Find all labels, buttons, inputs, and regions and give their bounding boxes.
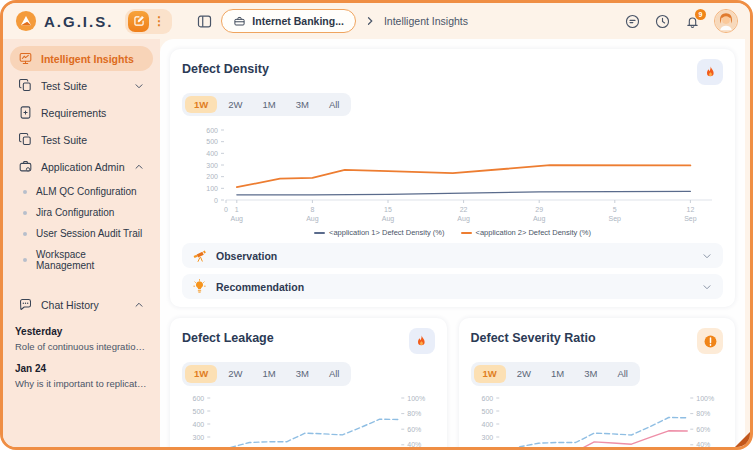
tab-1w[interactable]: 1W bbox=[185, 365, 217, 382]
svg-text:200: 200 bbox=[193, 446, 205, 447]
tab-all[interactable]: All bbox=[608, 365, 637, 382]
sidebar-subitem-alm-qc-configuration[interactable]: ALM QC Configuration bbox=[10, 181, 153, 202]
chat-history-section: Chat HistoryYesterdayRole of continuous … bbox=[10, 292, 153, 393]
defect-density-card: Defect Density 1W2W1M3MAll 0100200300400… bbox=[170, 49, 735, 307]
clipboard-icon bbox=[18, 132, 33, 147]
workspace-selector[interactable]: Internet Banking... bbox=[221, 9, 356, 33]
alert-metric-button[interactable] bbox=[697, 328, 723, 354]
svg-text:300: 300 bbox=[193, 433, 205, 440]
svg-text:200: 200 bbox=[206, 174, 218, 181]
hot-metric-button[interactable] bbox=[697, 59, 723, 85]
svg-text:60%: 60% bbox=[407, 425, 421, 432]
svg-text:500: 500 bbox=[193, 407, 205, 414]
svg-text:100: 100 bbox=[206, 185, 218, 192]
time-range-tabs: 1W2W1M3MAll bbox=[182, 362, 351, 385]
defect-severity-ratio-chart: 10020030040050060020%40%60%80%100% bbox=[471, 390, 724, 447]
card-title-defect-severity-ratio: Defect Severity Ratio bbox=[471, 328, 596, 345]
tab-2w[interactable]: 2W bbox=[508, 365, 540, 382]
bullet-icon bbox=[23, 258, 27, 262]
defect-severity-ratio-card: Defect Severity Ratio 1W2W1M3MAll 100200… bbox=[459, 318, 736, 447]
sidebar-subitem-label: User Session Audit Trail bbox=[36, 228, 142, 239]
chevron-up-icon[interactable] bbox=[133, 299, 145, 311]
sidebar-subitem-jira-configuration[interactable]: Jira Configuration bbox=[10, 202, 153, 223]
svg-text:500: 500 bbox=[206, 139, 218, 146]
sidebar-item-application-administration[interactable]: Application Administration bbox=[10, 154, 153, 179]
sidebar-item-label: Application Administration bbox=[41, 161, 125, 173]
feedback-button[interactable] bbox=[624, 13, 641, 30]
sidebar-toggle-button[interactable] bbox=[196, 13, 213, 30]
svg-text:60%: 60% bbox=[696, 425, 710, 432]
kebab-menu-icon[interactable]: ⋮ bbox=[149, 15, 169, 27]
workspace-label: Internet Banking... bbox=[252, 15, 344, 27]
sidebar: Intelligent InsightsTest SuiteRequiremen… bbox=[3, 39, 160, 447]
tab-1m[interactable]: 1M bbox=[254, 96, 285, 113]
tab-all[interactable]: All bbox=[320, 365, 349, 382]
app-title: A.G.I.S. bbox=[44, 13, 113, 30]
sidebar-subitem-label: Jira Configuration bbox=[36, 207, 114, 218]
app-header: A.G.I.S. ⋮ Internet Banking... Intellige… bbox=[3, 3, 750, 39]
recommendation-accordion[interactable]: Recommendation bbox=[182, 274, 723, 299]
chevron-up-icon[interactable] bbox=[133, 161, 145, 173]
svg-text:80%: 80% bbox=[407, 410, 421, 417]
tab-1m[interactable]: 1M bbox=[254, 365, 285, 382]
svg-text:600: 600 bbox=[206, 127, 218, 134]
notification-badge: 9 bbox=[695, 9, 706, 20]
svg-text:400: 400 bbox=[193, 420, 205, 427]
defect-density-chart: 010020030040050060001Aug8Aug15Aug22Aug29… bbox=[182, 120, 723, 226]
sidebar-item-requirements[interactable]: Requirements bbox=[10, 100, 153, 125]
sidebar-subitem-label: ALM QC Configuration bbox=[36, 186, 137, 197]
tab-3m[interactable]: 3M bbox=[575, 365, 606, 382]
observation-accordion[interactable]: Observation bbox=[182, 243, 723, 268]
svg-text:Sep: Sep bbox=[684, 215, 697, 223]
tab-1m[interactable]: 1M bbox=[542, 365, 573, 382]
svg-text:8: 8 bbox=[310, 206, 314, 213]
chevron-down-icon[interactable] bbox=[133, 80, 145, 92]
sidebar-item-intelligent-insights[interactable]: Intelligent Insights bbox=[10, 46, 153, 71]
legend-dash-icon bbox=[461, 232, 472, 234]
chat-history-toggle[interactable]: Chat History bbox=[10, 292, 153, 317]
tab-1w[interactable]: 1W bbox=[185, 96, 217, 113]
telescope-icon bbox=[192, 248, 207, 263]
time-range-tabs: 1W2W1M3MAll bbox=[182, 93, 351, 116]
hot-metric-button[interactable] bbox=[409, 328, 435, 354]
history-button[interactable] bbox=[654, 13, 671, 30]
insights-icon bbox=[18, 51, 33, 66]
sidebar-item-test-suite[interactable]: Test Suite bbox=[10, 73, 153, 98]
chat-date: Jan 24 bbox=[10, 356, 153, 376]
briefcase-icon bbox=[233, 15, 246, 28]
svg-text:Aug: Aug bbox=[457, 215, 470, 223]
chat-entry[interactable]: Why is it important to replicate real-wo… bbox=[10, 376, 153, 393]
time-range-tabs: 1W2W1M3MAll bbox=[471, 362, 640, 385]
sidebar-subitem-workspace-management[interactable]: Workspace Management bbox=[10, 244, 153, 276]
tab-2w[interactable]: 2W bbox=[219, 365, 251, 382]
sidebar-subitem-user-session-audit-trail[interactable]: User Session Audit Trail bbox=[10, 223, 153, 244]
svg-text:400: 400 bbox=[481, 420, 493, 427]
user-avatar[interactable] bbox=[714, 9, 738, 33]
admin-case-icon bbox=[18, 159, 33, 174]
bullet-icon bbox=[23, 232, 27, 236]
tab-2w[interactable]: 2W bbox=[219, 96, 251, 113]
svg-text:Aug: Aug bbox=[306, 215, 319, 223]
svg-text:300: 300 bbox=[481, 433, 493, 440]
card-title-defect-leakage: Defect Leakage bbox=[182, 328, 274, 345]
tab-3m[interactable]: 3M bbox=[287, 365, 318, 382]
svg-text:40%: 40% bbox=[696, 441, 710, 447]
resize-grip[interactable] bbox=[735, 432, 750, 447]
tab-3m[interactable]: 3M bbox=[287, 96, 318, 113]
svg-text:80%: 80% bbox=[696, 410, 710, 417]
chat-entry[interactable]: Role of continuous integration in testin… bbox=[10, 339, 153, 356]
file-plus-icon bbox=[18, 105, 33, 120]
tab-all[interactable]: All bbox=[320, 96, 349, 113]
tab-1w[interactable]: 1W bbox=[474, 365, 506, 382]
sidebar-nav: Intelligent InsightsTest SuiteRequiremen… bbox=[10, 46, 153, 276]
sidebar-subitem-label: Workspace Management bbox=[36, 249, 145, 271]
defect-leakage-chart: 10020030040050060020%40%60%80%100% bbox=[182, 390, 435, 447]
new-chat-button[interactable] bbox=[128, 11, 149, 32]
main-area: Defect Density 1W2W1M3MAll 0100200300400… bbox=[160, 39, 750, 447]
sidebar-item-label: Intelligent Insights bbox=[41, 53, 145, 65]
svg-text:1: 1 bbox=[235, 206, 239, 213]
chat-date: Yesterday bbox=[10, 319, 153, 339]
notifications-button[interactable]: 9 bbox=[684, 13, 701, 30]
sidebar-item-test-suite[interactable]: Test Suite bbox=[10, 127, 153, 152]
svg-text:400: 400 bbox=[206, 150, 218, 157]
